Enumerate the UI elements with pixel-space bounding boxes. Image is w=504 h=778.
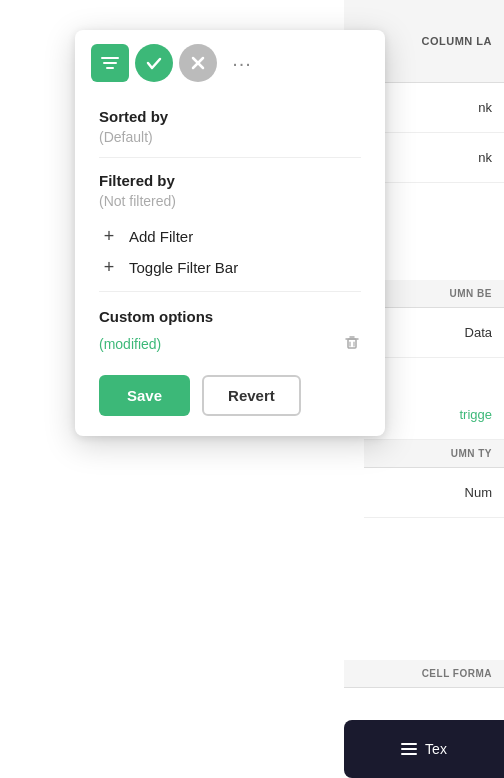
filter-toolbar-button[interactable] <box>91 44 129 82</box>
plus-icon-2: + <box>99 257 119 278</box>
svg-rect-5 <box>348 339 356 348</box>
revert-button[interactable]: Revert <box>202 375 301 416</box>
custom-options-label: Custom options <box>99 308 361 325</box>
save-button[interactable]: Save <box>99 375 190 416</box>
filtered-by-label: Filtered by <box>99 172 361 189</box>
action-buttons: Save Revert <box>75 375 385 416</box>
cell-format-label: CELL FORMA <box>344 660 504 688</box>
trigger-row: trigge <box>364 390 504 440</box>
sorted-by-label: Sorted by <box>99 108 361 125</box>
toggle-filter-bar-row[interactable]: + Toggle Filter Bar <box>99 252 361 283</box>
column-be-label: UMN BE <box>364 280 504 308</box>
close-icon <box>190 55 206 71</box>
data-row: Data <box>364 308 504 358</box>
popup-toolbar: ··· <box>75 30 385 96</box>
check-icon <box>144 53 164 73</box>
more-dots: ··· <box>232 52 252 75</box>
trash-icon[interactable] <box>343 333 361 355</box>
more-options-button[interactable]: ··· <box>223 44 261 82</box>
column-ty-label: UMN TY <box>364 440 504 468</box>
modified-row: (modified) <box>99 333 361 355</box>
plus-icon-1: + <box>99 226 119 247</box>
lines-icon <box>401 743 417 755</box>
popup-body: Sorted by (Default) Filtered by (Not fil… <box>75 96 385 355</box>
add-filter-row[interactable]: + Add Filter <box>99 221 361 252</box>
add-filter-label: Add Filter <box>129 228 193 245</box>
modified-text: (modified) <box>99 336 161 352</box>
filtered-by-value: (Not filtered) <box>99 193 361 209</box>
confirm-button[interactable] <box>135 44 173 82</box>
column-options-popup: ··· Sorted by (Default) Filtered by (Not… <box>75 30 385 436</box>
divider-1 <box>99 157 361 158</box>
bottom-bar-label: Tex <box>425 741 447 757</box>
filter-icon <box>100 53 120 73</box>
sorted-by-value: (Default) <box>99 129 361 145</box>
num-row: Num <box>364 468 504 518</box>
column-header-label: COLUMN LA <box>422 35 493 47</box>
divider-2 <box>99 291 361 292</box>
close-button[interactable] <box>179 44 217 82</box>
toggle-filter-bar-label: Toggle Filter Bar <box>129 259 238 276</box>
bottom-toolbar[interactable]: Tex <box>344 720 504 778</box>
